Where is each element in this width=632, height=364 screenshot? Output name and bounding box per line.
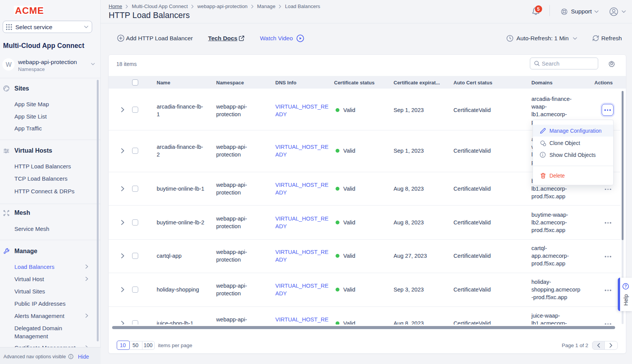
svg-text:?: ? — [624, 284, 627, 288]
